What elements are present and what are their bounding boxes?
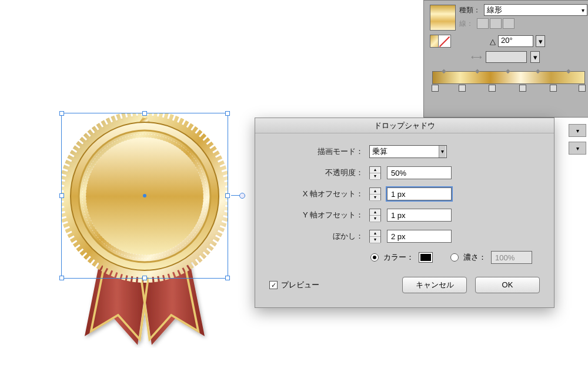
panel-extra-dropdown-2[interactable] bbox=[569, 142, 586, 155]
color-radio-label: カラー： bbox=[383, 252, 414, 263]
midpoint-stop[interactable] bbox=[475, 66, 481, 71]
stroke-mode-2[interactable] bbox=[490, 18, 502, 29]
gradient-angle-dropdown[interactable]: ▾ bbox=[536, 35, 545, 47]
gradient-type-label: 種類： bbox=[459, 5, 480, 15]
cancel-button[interactable]: キャンセル bbox=[402, 277, 467, 293]
gradient-aspect-dropdown[interactable]: ▾ bbox=[530, 51, 540, 63]
resize-handle-tr[interactable] bbox=[225, 111, 230, 116]
blend-mode-select[interactable]: 乗算 bbox=[369, 145, 447, 158]
dialog-title: ドロップシャドウ bbox=[255, 118, 554, 133]
stroke-mode-3[interactable] bbox=[503, 18, 514, 29]
midpoint-stop[interactable] bbox=[566, 66, 572, 71]
x-offset-input[interactable] bbox=[387, 187, 452, 200]
selection-bounding-box[interactable] bbox=[61, 113, 228, 279]
darkness-radio-label: 濃さ： bbox=[463, 252, 486, 263]
gradient-type-select[interactable]: 線形 bbox=[484, 4, 587, 16]
resize-handle-mr[interactable] bbox=[225, 193, 230, 198]
opacity-label: 不透明度： bbox=[269, 167, 363, 178]
aspect-icon: ⟷ bbox=[471, 53, 482, 62]
preview-checkbox[interactable] bbox=[269, 281, 278, 289]
midpoint-stop[interactable] bbox=[506, 66, 512, 71]
gradient-preview-swatch[interactable] bbox=[430, 5, 456, 31]
color-stop[interactable] bbox=[489, 85, 496, 92]
resize-handle-ml[interactable] bbox=[59, 193, 64, 198]
resize-handle-bm[interactable] bbox=[142, 276, 147, 280]
resize-handle-tm[interactable] bbox=[142, 111, 147, 116]
blur-stepper[interactable]: ▴▾ bbox=[369, 230, 381, 243]
x-offset-label: X 軸オフセット： bbox=[269, 189, 363, 199]
y-offset-input[interactable] bbox=[387, 209, 452, 222]
midpoint-stop[interactable] bbox=[536, 66, 542, 71]
color-radio[interactable] bbox=[370, 253, 379, 262]
gradient-panel: 種類： 線形 線： △ 20° ▾ ⟷ ▾ bbox=[423, 0, 588, 118]
darkness-input bbox=[491, 251, 532, 264]
ok-button[interactable]: OK bbox=[475, 277, 540, 293]
color-stop[interactable] bbox=[459, 85, 466, 92]
color-stop[interactable] bbox=[432, 85, 439, 92]
resize-handle-br[interactable] bbox=[225, 276, 230, 280]
x-offset-stepper[interactable]: ▴▾ bbox=[369, 187, 381, 200]
stroke-gradient-mode-buttons bbox=[477, 18, 514, 29]
color-stop[interactable] bbox=[579, 85, 586, 92]
blur-label: ぼかし： bbox=[269, 231, 363, 242]
gradient-stroke-label: 線： bbox=[459, 19, 473, 29]
preview-label: プレビュー bbox=[281, 280, 319, 290]
stroke-mode-1[interactable] bbox=[477, 18, 489, 29]
drop-shadow-dialog: ドロップシャドウ 描画モード： 乗算 不透明度： ▴▾ X 軸オフセット： ▴▾… bbox=[255, 118, 554, 308]
darkness-radio[interactable] bbox=[450, 253, 459, 262]
opacity-input[interactable] bbox=[387, 166, 452, 179]
blur-input[interactable] bbox=[387, 230, 452, 243]
opacity-stepper[interactable]: ▴▾ bbox=[369, 166, 381, 179]
selection-anchor-handle[interactable] bbox=[231, 195, 240, 196]
gradient-aspect-input bbox=[486, 51, 527, 63]
midpoint-stop[interactable] bbox=[442, 66, 447, 71]
selection-center bbox=[143, 194, 146, 197]
y-offset-stepper[interactable]: ▴▾ bbox=[369, 209, 381, 222]
y-offset-label: Y 軸オフセット： bbox=[269, 210, 363, 220]
resize-handle-tl[interactable] bbox=[59, 111, 64, 116]
gradient-angle-input[interactable]: 20° bbox=[498, 35, 533, 47]
color-stop[interactable] bbox=[550, 85, 557, 92]
shadow-color-swatch[interactable] bbox=[419, 252, 433, 263]
panel-extra-dropdown-1[interactable] bbox=[569, 124, 586, 137]
blend-mode-label: 描画モード： bbox=[269, 146, 363, 157]
gradient-ramp[interactable] bbox=[432, 71, 585, 84]
stroke-swatch-none[interactable] bbox=[438, 35, 451, 48]
resize-handle-bl[interactable] bbox=[59, 276, 64, 280]
color-stop[interactable] bbox=[519, 85, 526, 92]
angle-icon: △ bbox=[490, 37, 496, 46]
